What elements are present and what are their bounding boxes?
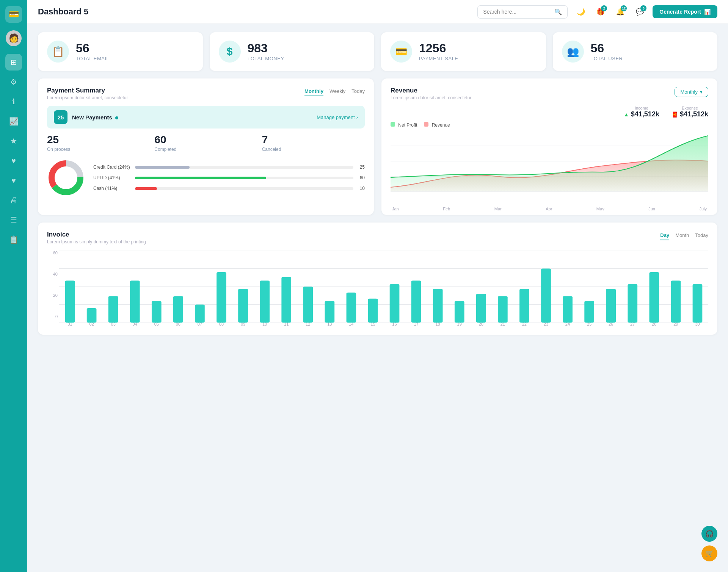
svg-rect-24 [325, 301, 334, 323]
tab-weekly-payment[interactable]: Weekly [329, 87, 345, 96]
cash-val: 10 [357, 186, 365, 191]
bar-chart-icon: 📊 [704, 9, 711, 15]
revenue-dot [424, 122, 428, 127]
upi-label: UPI ID (41%) [93, 175, 131, 180]
x-label-23: 23 [544, 322, 548, 326]
x-label-24: 24 [565, 322, 570, 326]
upi-bar-wrap [135, 177, 353, 179]
tab-today-payment[interactable]: Today [351, 87, 365, 96]
x-label-feb: Feb [443, 207, 450, 211]
svg-rect-40 [671, 281, 681, 323]
expense-icon: 🧧 [672, 111, 678, 118]
svg-rect-38 [628, 284, 637, 323]
bell-btn[interactable]: 🔔 12 [613, 5, 628, 19]
on-process-label: On process [47, 147, 150, 152]
tab-month-invoice[interactable]: Month [675, 231, 689, 240]
dark-mode-btn[interactable]: 🌙 [574, 5, 588, 19]
content-area: 📋 56 TOTAL EMAIL $ 983 TOTAL MONEY 💳 125… [27, 24, 728, 343]
x-label-29: 29 [673, 322, 678, 326]
tab-today-invoice[interactable]: Today [695, 231, 708, 240]
tab-day-invoice[interactable]: Day [660, 231, 669, 240]
sidebar-item-star[interactable]: ★ [5, 133, 22, 149]
upi-val: 60 [357, 175, 365, 180]
user-avatar[interactable]: 🧑 [6, 30, 22, 46]
chat-btn[interactable]: 💬 5 [633, 5, 647, 19]
sidebar-item-list[interactable]: ☰ [5, 212, 22, 228]
search-input[interactable] [483, 9, 551, 15]
x-label-07: 07 [198, 322, 202, 326]
svg-rect-14 [108, 296, 118, 323]
sidebar-item-heart2[interactable]: ♥ [5, 172, 22, 189]
invoice-bar-chart: 60 40 20 0 01020304050607080910111213141… [47, 251, 708, 326]
sidebar-item-dashboard[interactable]: ⊞ [5, 54, 22, 71]
generate-report-button[interactable]: Generate Report 📊 [653, 5, 717, 18]
new-payments-label: New Payments [72, 114, 118, 121]
revenue-area-chart: Jan Feb Mar Apr May Jun July [391, 131, 708, 207]
payment-summary-title: Payment Summary [47, 87, 128, 94]
sidebar: 💳 🧑 ⊞ ⚙ ℹ 📈 ★ ♥ ♥ 🖨 ☰ 📋 [0, 0, 27, 572]
svg-rect-21 [260, 281, 270, 323]
revenue-subtitle: Lorem ipsum dolor sit amet, consectetur [391, 95, 471, 100]
x-label-13: 13 [327, 322, 332, 326]
x-label-apr: Apr [546, 207, 552, 211]
chevron-down-icon: ▾ [700, 89, 703, 95]
x-label-16: 16 [392, 322, 397, 326]
cart-float-btn[interactable]: 🛒 [701, 545, 717, 561]
manage-payment-link[interactable]: Manage payment › [317, 114, 358, 120]
payment-stats-sub: 25 On process 60 Completed 7 Canceled [47, 134, 365, 152]
sidebar-item-info[interactable]: ℹ [5, 93, 22, 110]
progress-item-creditcard: Credit Card (24%) 25 [93, 165, 365, 170]
x-label-30: 30 [695, 322, 700, 326]
x-label-mar: Mar [494, 207, 502, 211]
sidebar-logo[interactable]: 💳 [5, 6, 22, 23]
svg-rect-28 [411, 281, 421, 323]
headset-float-btn[interactable]: 🎧 [701, 526, 717, 542]
svg-rect-29 [433, 289, 443, 323]
x-label-14: 14 [349, 322, 353, 326]
topbar-icons: 🌙 🎁 2 🔔 12 💬 5 Generate Report 📊 [574, 5, 717, 19]
x-label-02: 02 [89, 322, 94, 326]
new-payments-left: 25 New Payments [54, 110, 118, 124]
sidebar-item-print[interactable]: 🖨 [5, 192, 22, 208]
x-label-11: 11 [284, 322, 289, 326]
x-label-01: 01 [67, 322, 72, 326]
floating-buttons: 🎧 🛒 [701, 526, 717, 561]
svg-rect-15 [130, 281, 140, 323]
net-profit-dot [391, 122, 395, 127]
svg-rect-22 [281, 277, 291, 323]
revenue-card: Revenue Lorem ipsum dolor sit amet, cons… [381, 78, 717, 215]
user-number: 56 [591, 42, 623, 54]
email-icon: 📋 [47, 41, 69, 63]
completed-label: Completed [154, 147, 257, 152]
legend-net-profit: Net Profit [391, 122, 417, 128]
tab-monthly-payment[interactable]: Monthly [304, 87, 323, 96]
sidebar-item-chart[interactable]: 📈 [5, 113, 22, 130]
invoice-header: Invoice Lorem Ipsum is simply dummy text… [47, 231, 708, 244]
chart-legend: Net Profit Revenue [391, 122, 708, 128]
sidebar-item-heart[interactable]: ♥ [5, 152, 22, 169]
gift-btn[interactable]: 🎁 2 [593, 5, 608, 19]
sidebar-item-doc[interactable]: 📋 [5, 231, 22, 248]
progress-list: Credit Card (24%) 25 UPI ID (41%) 60 [93, 165, 365, 191]
cash-bar-wrap [135, 187, 353, 190]
x-label-may: May [596, 207, 604, 211]
revenue-monthly-dropdown[interactable]: Monthly ▾ [675, 87, 708, 97]
income-label: Income [624, 106, 659, 110]
x-label-jan: Jan [392, 207, 399, 211]
search-icon[interactable]: 🔍 [554, 8, 562, 16]
x-label-12: 12 [306, 322, 310, 326]
svg-rect-17 [173, 296, 183, 323]
stat-canceled: 7 Canceled [262, 134, 365, 152]
creditcard-bar-wrap [135, 166, 353, 169]
generate-report-label: Generate Report [659, 9, 701, 15]
sidebar-item-settings[interactable]: ⚙ [5, 74, 22, 90]
stat-completed: 60 Completed [154, 134, 257, 152]
x-label-10: 10 [262, 322, 267, 326]
x-label-jun: Jun [648, 207, 655, 211]
y-label-0: 0 [55, 314, 58, 319]
chat-badge: 5 [640, 5, 646, 11]
stat-card-payment: 💳 1256 PAYMENT SALE [381, 32, 546, 71]
svg-rect-12 [65, 281, 75, 323]
x-label-21: 21 [500, 322, 505, 326]
email-label: TOTAL EMAIL [76, 56, 109, 61]
